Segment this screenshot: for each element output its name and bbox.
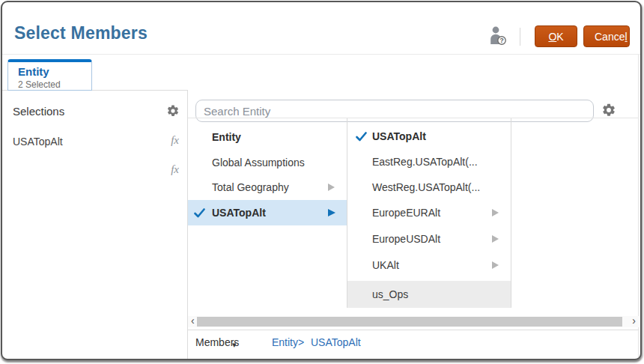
expand-arrow-icon[interactable] (492, 235, 499, 243)
member-row-global-assumptions[interactable]: Global Assumptions (188, 150, 347, 175)
page-title: Select Members (14, 23, 148, 43)
check-icon (194, 208, 205, 220)
dropdown-caret-icon[interactable]: ▾ (232, 340, 237, 350)
ok-button[interactable]: OK (535, 25, 577, 47)
member-row-entity[interactable]: Entity (188, 124, 347, 150)
expand-arrow-icon[interactable] (328, 183, 335, 191)
member-row-total-geography[interactable]: Total Geography (188, 175, 347, 200)
member-row-us-ops[interactable]: us_Ops (347, 281, 511, 308)
expand-arrow-icon[interactable] (328, 209, 335, 216)
header-separator (2, 54, 640, 55)
selections-header: Selections (13, 105, 64, 118)
member-row-europeeuralt[interactable]: EuropeEURAlt (347, 200, 511, 225)
scroll-right-icon[interactable]: › (632, 315, 636, 327)
expand-arrow-icon[interactable] (492, 261, 499, 269)
screen: Select Members ? OK Cancel Entity 2 Sele… (0, 0, 644, 364)
fx-function-icon[interactable]: fx (171, 134, 179, 147)
selection-item[interactable]: USATopAlt fx (2, 133, 187, 152)
fx-function-icon[interactable]: fx (171, 163, 179, 176)
member-row-westreg[interactable]: WestReg.USATopAlt(... (347, 175, 511, 200)
scrollbar-thumb[interactable] (197, 317, 622, 327)
selections-gear-icon[interactable] (166, 104, 180, 121)
check-icon (356, 132, 367, 144)
selection-item[interactable]: fx (2, 162, 187, 181)
cancel-button[interactable]: Cancel (583, 25, 630, 47)
tab-selected-count: 2 Selected (18, 79, 91, 90)
select-members-dialog: Select Members ? OK Cancel Entity 2 Sele… (1, 1, 642, 360)
header-divider (520, 28, 520, 46)
member-row-eastreg[interactable]: EastReg.USATopAlt(... (347, 149, 511, 175)
expand-arrow-icon[interactable] (492, 209, 499, 216)
breadcrumb-entity[interactable]: Entity> (272, 336, 304, 348)
breadcrumb-usatopalt[interactable]: USATopAlt (311, 336, 361, 348)
user-help-icon[interactable]: ? (489, 25, 508, 49)
member-row-europeusdalt[interactable]: EuropeUSDAlt (347, 226, 511, 252)
footer-separator (188, 330, 639, 330)
member-row-usatopalt[interactable]: USATopAlt (188, 200, 347, 225)
member-row-usatopalt-child[interactable]: USATopAlt (347, 124, 511, 149)
content-right-border (638, 55, 639, 359)
scroll-left-icon[interactable]: ‹ (191, 315, 195, 327)
tab-label: Entity (18, 65, 91, 78)
horizontal-scrollbar[interactable]: ‹ › (188, 316, 639, 327)
member-row-ukalt[interactable]: UKAlt (347, 252, 511, 278)
question-glyph: ? (499, 37, 504, 44)
tab-entity[interactable]: Entity 2 Selected (7, 59, 92, 91)
